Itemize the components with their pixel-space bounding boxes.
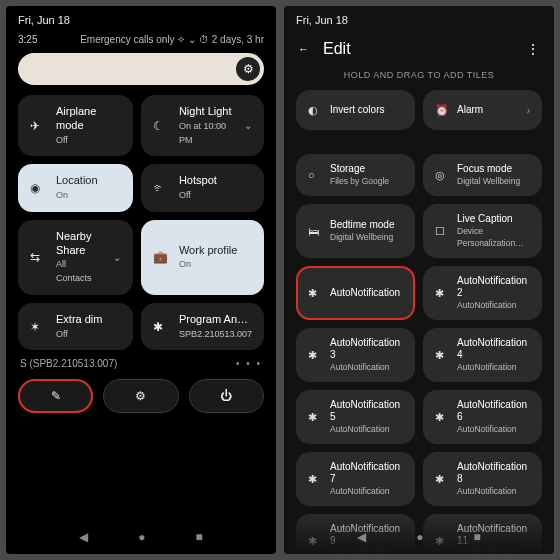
status-date: Fri, Jun 18 <box>284 6 554 30</box>
qs-tile[interactable]: ✱Program An…SPB2.210513.007 <box>141 303 264 351</box>
edit-tile[interactable]: ✱AutoNotification 6AutoNotification <box>423 390 542 444</box>
tile-icon: ✱ <box>308 287 322 300</box>
tile-icon: ✱ <box>153 320 169 334</box>
pencil-icon: ✎ <box>51 389 61 403</box>
tile-label: Focus modeDigital Wellbeing <box>457 163 520 187</box>
tile-icon: ✱ <box>435 349 449 362</box>
tile-label: Nearby ShareAll Contacts <box>56 230 103 285</box>
qs-tile[interactable]: ☾Night LightOn at 10:00 PM⌄ <box>141 95 264 156</box>
tile-label: LocationOn <box>56 174 98 202</box>
page-title: Edit <box>323 40 351 58</box>
tile-label: HotspotOff <box>179 174 217 202</box>
tile-icon: ✱ <box>308 349 322 362</box>
tile-icon: ✱ <box>308 411 322 424</box>
qs-time: 3:25 <box>18 34 37 45</box>
tile-label: AutoNotification 3AutoNotification <box>330 337 403 373</box>
nav-back-icon[interactable]: ◀ <box>357 530 366 544</box>
edit-tile[interactable]: ✱AutoNotification 4AutoNotification <box>423 328 542 382</box>
qs-tile[interactable]: 💼Work profileOn <box>141 220 264 295</box>
tile-label: AutoNotification 7AutoNotification <box>330 461 403 497</box>
nav-recent-icon[interactable]: ■ <box>196 530 203 544</box>
edit-tile[interactable]: 🛏Bedtime modeDigital Wellbeing <box>296 204 415 258</box>
brightness-toggle-icon[interactable]: ⚙ <box>236 57 260 81</box>
edit-tile[interactable]: ✱AutoNotification 5AutoNotification <box>296 390 415 444</box>
nav-back-icon[interactable]: ◀ <box>79 530 88 544</box>
tile-subtext: Off <box>56 135 68 145</box>
tile-subtext: AutoNotification <box>330 548 390 554</box>
qs-button-row: ✎ ⚙ ⏻ <box>6 373 276 423</box>
tile-subtext: Digital Wellbeing <box>457 176 520 186</box>
tile-icon: 💼 <box>153 250 169 264</box>
tile-label: Alarm <box>457 104 483 116</box>
tile-subtext: SPB2.210513.007 <box>179 329 252 339</box>
tile-icon: ◎ <box>435 169 449 182</box>
tile-section-gap <box>296 138 542 146</box>
tile-subtext: On at 10:00 PM <box>179 121 226 145</box>
tile-icon: ᯤ <box>153 181 169 195</box>
chevron-down-icon: ⌄ <box>113 252 121 263</box>
tile-icon: ✱ <box>435 287 449 300</box>
tile-subtext: AutoNotification <box>457 548 517 554</box>
power-button[interactable]: ⏻ <box>189 379 264 413</box>
tile-label: Extra dimOff <box>56 313 102 341</box>
build-row: S (SPB2.210513.007) • • • <box>6 350 276 373</box>
qs-tile[interactable]: ◉LocationOn <box>18 164 133 212</box>
tile-label: Program An…SPB2.210513.007 <box>179 313 252 341</box>
tile-label: StorageFiles by Google <box>330 163 389 187</box>
nav-home-icon[interactable]: ● <box>138 530 145 544</box>
back-icon[interactable]: ← <box>298 43 309 55</box>
gear-icon: ⚙ <box>135 389 146 403</box>
tile-subtext: Digital Wellbeing <box>330 232 393 242</box>
qs-status-text: Emergency calls only ✧ ⌄ ⏱ 2 days, 3 hr <box>80 34 264 45</box>
nav-home-icon[interactable]: ● <box>416 530 423 544</box>
tile-icon: ⇆ <box>30 250 46 264</box>
menu-icon[interactable]: ⋮ <box>526 41 540 57</box>
nav-recent-icon[interactable]: ■ <box>474 530 481 544</box>
tile-icon: ◐ <box>308 104 322 117</box>
edit-tile[interactable]: ⏰Alarm› <box>423 90 542 130</box>
tile-subtext: On <box>179 259 191 269</box>
qs-tile[interactable]: ✈Airplane modeOff <box>18 95 133 156</box>
tile-subtext: Device Personalization… <box>457 226 524 248</box>
qs-tile[interactable]: ᯤHotspotOff <box>141 164 264 212</box>
edit-tile[interactable]: ✱AutoNotification 3AutoNotification <box>296 328 415 382</box>
edit-tile[interactable]: ◎Focus modeDigital Wellbeing <box>423 154 542 196</box>
settings-button[interactable]: ⚙ <box>103 379 178 413</box>
qs-status-row: 3:25 Emergency calls only ✧ ⌄ ⏱ 2 days, … <box>6 30 276 51</box>
tile-subtext: Off <box>56 329 68 339</box>
edit-tile[interactable]: ✱AutoNotification <box>296 266 415 320</box>
edit-tile[interactable]: ✱AutoNotification 7AutoNotification <box>296 452 415 506</box>
tile-label: AutoNotification 6AutoNotification <box>457 399 530 435</box>
nav-bar: ◀ ● ■ <box>284 530 554 544</box>
tile-icon: ◉ <box>30 181 46 195</box>
edit-tile[interactable]: ☐Live CaptionDevice Personalization… <box>423 204 542 258</box>
edit-button[interactable]: ✎ <box>18 379 93 413</box>
tile-icon: ○ <box>308 169 322 181</box>
tile-icon: ✱ <box>308 473 322 486</box>
qs-tiles-grid: ✈Airplane modeOff☾Night LightOn at 10:00… <box>6 95 276 350</box>
tile-label: Airplane modeOff <box>56 105 121 146</box>
qs-tile[interactable]: ✶Extra dimOff <box>18 303 133 351</box>
edit-tile[interactable]: ○StorageFiles by Google <box>296 154 415 196</box>
tile-subtext: AutoNotification <box>457 300 517 310</box>
edit-tile[interactable]: ✱AutoNotification 2AutoNotification <box>423 266 542 320</box>
qs-tile[interactable]: ⇆Nearby ShareAll Contacts⌄ <box>18 220 133 295</box>
tile-subtext: AutoNotification <box>330 362 390 372</box>
tile-icon: ☾ <box>153 119 169 133</box>
tile-label: AutoNotification 8AutoNotification <box>457 461 530 497</box>
tile-icon: ⏰ <box>435 104 449 117</box>
brightness-slider[interactable]: ⚙ <box>18 53 264 85</box>
phone-right: Fri, Jun 18 ← Edit ⋮ HOLD AND DRAG TO AD… <box>284 6 554 554</box>
tile-label: Bedtime modeDigital Wellbeing <box>330 219 394 243</box>
tile-label: Live CaptionDevice Personalization… <box>457 213 530 249</box>
edit-tile[interactable]: ✱AutoNotification 8AutoNotification <box>423 452 542 506</box>
chevron-down-icon: ⌄ <box>244 120 252 131</box>
build-text: S (SPB2.210513.007) <box>20 358 117 369</box>
chevron-right-icon: › <box>527 105 530 116</box>
tile-subtext: AutoNotification <box>330 424 390 434</box>
edit-tile[interactable]: ◐Invert colors <box>296 90 415 130</box>
edit-tiles-grid: ◐Invert colors⏰Alarm›○StorageFiles by Go… <box>284 90 554 554</box>
nav-bar: ◀ ● ■ <box>6 530 276 544</box>
tile-subtext: AutoNotification <box>457 362 517 372</box>
tile-icon: ✱ <box>435 411 449 424</box>
